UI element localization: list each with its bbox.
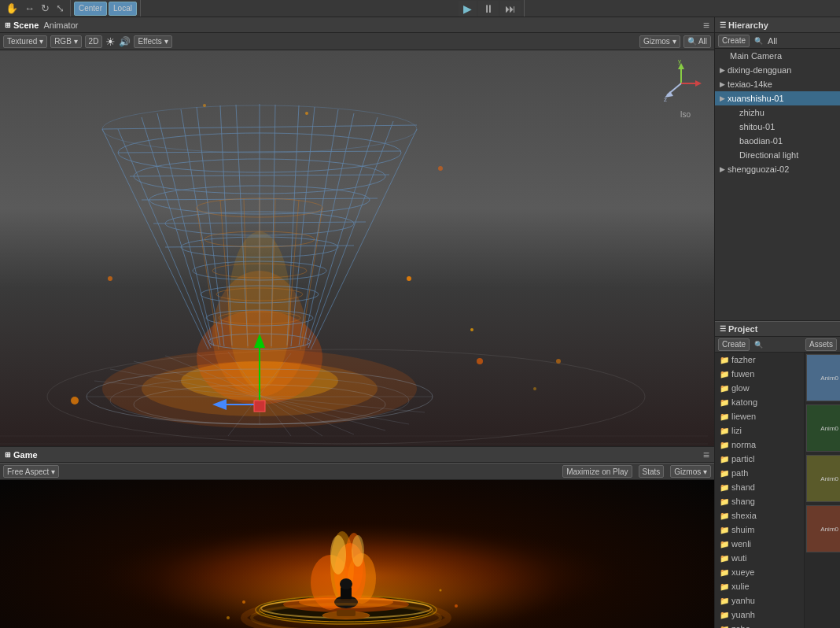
pivot-group: Center Local (71, 0, 141, 17)
project-folder-item[interactable]: 📁shang (715, 494, 804, 508)
game-panel-header: ⊞ Game ≡ (0, 447, 714, 463)
project-folder-item[interactable]: 📁path (715, 466, 804, 480)
project-folder-item[interactable]: 📁fazher (715, 353, 804, 367)
project-folder-item[interactable]: 📁yuanh (715, 608, 804, 622)
project-folder-item[interactable]: 📁yanhu (715, 593, 804, 608)
layers-btn[interactable]: 🔍 All (683, 35, 711, 48)
asset-thumbnail[interactable]: Anim0 (806, 354, 840, 401)
game-tab[interactable]: ⊞ Game (5, 450, 38, 460)
project-folder-item[interactable]: 📁zabo (715, 622, 804, 628)
svg-marker-88 (695, 80, 702, 87)
svg-line-23 (299, 109, 338, 345)
asset-thumbnail[interactable]: Anim0 (806, 455, 840, 502)
project-search-icon: 🔍 (754, 341, 763, 349)
folder-icon: 📁 (720, 554, 729, 563)
svg-point-72 (71, 397, 79, 405)
scene-panel: ⊞ Scene Animator ≡ Textured ▾ RGB ▾ 2D ☀… (0, 17, 714, 447)
local-btn[interactable]: Local (109, 2, 137, 16)
svg-line-19 (181, 109, 220, 345)
project-folder-item[interactable]: 📁lizi (715, 423, 804, 438)
svg-point-74 (305, 112, 308, 115)
effects-btn[interactable]: Effects ▾ (134, 35, 171, 48)
assets-tab-btn[interactable]: Assets (805, 338, 837, 351)
project-folder-item[interactable]: 📁shexia (715, 508, 804, 523)
rotate-tool[interactable]: ↻ (39, 2, 52, 14)
svg-point-111 (242, 600, 245, 604)
pause-button[interactable]: ⏸ (478, 1, 499, 17)
hierarchy-item[interactable]: ▶texiao-14ke (715, 77, 840, 91)
project-folder-item[interactable]: 📁particl (715, 452, 804, 466)
project-folder-item[interactable]: 📁liewen (715, 409, 804, 423)
move-tool[interactable]: ↔ (22, 2, 37, 14)
svg-rect-100 (337, 610, 356, 616)
2d-btn[interactable]: 2D (85, 35, 103, 48)
asset-thumbnail[interactable]: Anim0 (806, 405, 840, 452)
game-panel-menu[interactable]: ≡ (703, 449, 709, 461)
folder-icon: 📁 (720, 427, 729, 435)
svg-point-112 (227, 616, 230, 619)
game-gizmos-btn[interactable]: Gizmos ▾ (670, 465, 711, 478)
svg-point-76 (108, 276, 112, 281)
project-folder-item[interactable]: 📁glow (715, 381, 804, 395)
hierarchy-item[interactable]: baodian-01 (715, 134, 840, 148)
svg-point-70 (477, 358, 483, 364)
project-folder-item[interactable]: 📁shand (715, 480, 804, 494)
hierarchy-panel: ☰ Hierarchy Create 🔍 All Main Camera▶dix… (715, 17, 840, 321)
scene-viewport: y z Iso (0, 50, 714, 446)
folder-icon: 📁 (720, 412, 729, 421)
top-toolbar: ✋ ↔ ↻ ⤡ Center Local ▶ ⏸ ⏭ (0, 0, 840, 17)
asset-thumbnail[interactable]: Anim0 (806, 505, 840, 552)
rgb-dropdown[interactable]: RGB ▾ (50, 35, 81, 48)
game-panel: ⊞ Game ≡ Free Aspect ▾ Maximize on Play … (0, 447, 714, 628)
project-folder-item[interactable]: 📁xueye (715, 565, 804, 579)
hierarchy-all-label: All (768, 36, 777, 46)
project-folder-item[interactable]: 📁shuim (715, 523, 804, 537)
lighting-icon[interactable]: ☀ (105, 35, 116, 48)
svg-point-107 (352, 535, 364, 567)
folder-icon: 📁 (720, 625, 729, 629)
project-header: ☰ Project (715, 321, 840, 337)
play-button[interactable]: ▶ (459, 1, 477, 17)
hierarchy-item[interactable]: ▶shengguozai-02 (715, 162, 840, 176)
hierarchy-item[interactable]: Main Camera (715, 49, 840, 63)
scale-tool[interactable]: ⤡ (53, 2, 67, 14)
svg-point-77 (556, 359, 561, 364)
hand-tool[interactable]: ✋ (3, 2, 20, 14)
maximize-on-play-btn[interactable]: Maximize on Play (562, 465, 632, 478)
free-aspect-btn[interactable]: Free Aspect ▾ (3, 465, 59, 478)
hierarchy-search-icon: 🔍 (754, 37, 763, 45)
svg-point-114 (440, 589, 442, 592)
folder-icon: 📁 (720, 370, 729, 379)
center-btn[interactable]: Center (74, 2, 107, 16)
hierarchy-item[interactable]: zhizhu (715, 105, 840, 120)
scene-panel-menu[interactable]: ≡ (703, 19, 709, 31)
folder-icon: 📁 (720, 356, 729, 364)
folder-icon: 📁 (720, 540, 729, 549)
stats-btn[interactable]: Stats (639, 465, 665, 478)
project-panel: ☰ Project Create 🔍 Assets 📁fazher📁fuwen📁… (715, 321, 840, 628)
svg-point-113 (455, 604, 458, 608)
animator-tab[interactable]: Animator (43, 20, 78, 30)
hierarchy-item[interactable]: Directional light (715, 148, 840, 162)
scene-tab[interactable]: ⊞ Scene (5, 20, 39, 30)
project-folder-item[interactable]: 📁fuwen (715, 367, 804, 381)
project-folder-item[interactable]: 📁katong (715, 395, 804, 409)
hierarchy-item[interactable]: ▶xuanshishu-01 (715, 91, 840, 105)
step-button[interactable]: ⏭ (500, 1, 521, 17)
hierarchy-header: ☰ Hierarchy (715, 17, 840, 33)
hierarchy-item[interactable]: ▶dixing-dengguan (715, 63, 840, 77)
svg-line-27 (157, 113, 214, 346)
gizmos-btn[interactable]: Gizmos ▾ (639, 35, 680, 48)
audio-icon[interactable]: 🔊 (119, 36, 131, 47)
folder-icon: 📁 (720, 441, 729, 449)
folder-icon: 📁 (720, 469, 729, 478)
project-folder-item[interactable]: 📁wuti (715, 551, 804, 565)
project-folder-item[interactable]: 📁norma (715, 438, 804, 452)
hierarchy-item[interactable]: shitou-01 (715, 120, 840, 134)
project-folder-item[interactable]: 📁wenli (715, 537, 804, 551)
project-create-btn[interactable]: Create (718, 338, 750, 351)
hierarchy-create-btn[interactable]: Create (718, 35, 750, 47)
textured-dropdown[interactable]: Textured ▾ (3, 35, 47, 48)
project-folder-item[interactable]: 📁xulie (715, 579, 804, 593)
folder-icon: 📁 (720, 483, 729, 492)
